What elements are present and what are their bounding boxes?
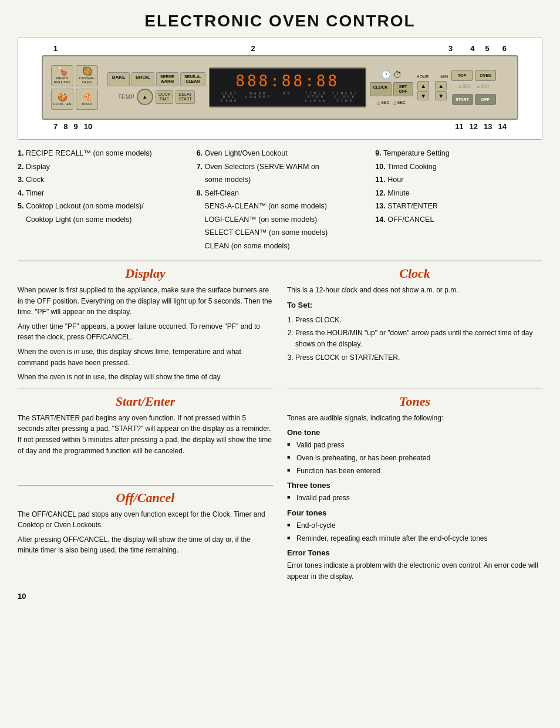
one-tone-item-3: Function has been entered xyxy=(287,466,542,477)
start-enter-btn[interactable]: START xyxy=(452,94,473,105)
clock-section: Clock This is a 12-hour clock and does n… xyxy=(287,266,542,386)
clock-step-1: Press CLOCK. xyxy=(295,315,542,326)
bnum-7: 7 xyxy=(53,122,58,131)
hour-down-btn[interactable]: ▼ xyxy=(417,91,429,100)
display-para-3: When the oven is in use, this display sh… xyxy=(18,346,273,368)
diagram-section: 1 2 3 4 5 6 🍗 MEATS POULTRY 🥘 CASSER- OL… xyxy=(18,38,542,140)
clock-intro: This is a 12-hour clock and does not sho… xyxy=(287,285,542,296)
meats-poultry-btn[interactable]: 🍗 MEATS POULTRY xyxy=(51,65,73,86)
broil-btn[interactable]: BROIL xyxy=(131,72,154,87)
delay-start-btn[interactable]: DELAYSTART xyxy=(176,90,194,104)
right-burner-label: △ SEC xyxy=(477,84,489,89)
display-para-1: When power is first supplied to the appl… xyxy=(18,285,273,318)
pizza-btn[interactable]: 🍕 PIZZA xyxy=(76,89,98,110)
serve-warm-btn[interactable]: SERVEWARM xyxy=(156,72,178,87)
bake-broil-row: BAKE BROIL SERVEWARM SENS-A-CLEAN xyxy=(107,72,205,87)
min-down-btn[interactable]: ▼ xyxy=(435,91,447,100)
off-cancel-section: Off/Cancel The OFF/CANCEL pad stops any … xyxy=(18,485,273,582)
clock-btn[interactable]: CLOCK xyxy=(370,82,392,97)
casseroles-label: CASSER- OLES xyxy=(76,76,97,85)
num-spacer1 xyxy=(58,44,251,53)
bnum-8: 8 xyxy=(63,122,68,131)
to-set-label: To Set: xyxy=(287,299,542,311)
three-tones-item-1: Invalid pad press xyxy=(287,493,542,504)
diagram-bottom-numbers: 7 8 9 10 11 12 13 14 xyxy=(30,122,530,131)
temp-label: TEMP xyxy=(118,94,134,100)
item-13: 13. START/ENTER xyxy=(375,200,542,213)
clock-icon: 🕐 xyxy=(381,70,391,79)
sens-a-clean-btn[interactable]: SENS-A-CLEAN xyxy=(180,72,205,87)
three-tones-list: Invalid pad press xyxy=(287,493,542,504)
icon-row-1: 🍗 MEATS POULTRY 🥘 CASSER- OLES xyxy=(51,65,104,86)
hour-label: HOUR xyxy=(417,75,429,79)
set-off-btn[interactable]: SETOFF xyxy=(393,82,413,97)
one-tone-item-1: Valid pad press xyxy=(287,440,542,451)
start-enter-body: The START/ENTER pad begins any oven func… xyxy=(18,413,273,456)
four-tones-item-1: End-of-cycle xyxy=(287,520,542,531)
page-number: 10 xyxy=(18,592,542,601)
bnum-spacer xyxy=(92,122,455,131)
num-col-2: 6. Oven Light/Oven Lockout 7. Oven Selec… xyxy=(197,147,364,252)
display-area: 888:88:88 HEATDEL TIME WARMLOADED ON TIM… xyxy=(209,68,366,108)
tones-title: Tones xyxy=(287,394,542,409)
top-oven-row: TOP OVEN xyxy=(451,70,496,81)
num-1: 1 xyxy=(53,44,58,53)
display-body: When power is first supplied to the appl… xyxy=(18,285,273,383)
hour-up-btn[interactable]: ▲ xyxy=(417,81,429,90)
item-5: 5. Cooktop Lockout (on some models)/ Coo… xyxy=(18,200,185,226)
function-btns: BAKE BROIL SERVEWARM SENS-A-CLEAN TEMP ▲… xyxy=(107,70,205,106)
off-cancel-title: Off/Cancel xyxy=(18,490,273,505)
min-label: MIN xyxy=(440,75,448,79)
error-tones-body: Error tones indicate a problem with the … xyxy=(287,560,542,582)
tones-section: Tones Tones are audible signals, indicat… xyxy=(287,389,542,582)
pizza-label: PIZZA xyxy=(82,102,92,106)
item-10: 10. Timed Cooking xyxy=(375,160,542,174)
display-title: Display xyxy=(18,266,273,281)
off-cancel-btn[interactable]: OFF xyxy=(475,94,496,105)
item-6: 6. Oven Light/Oven Lockout xyxy=(197,147,364,160)
tones-body: Tones are audible signals, indicating th… xyxy=(287,413,542,582)
three-tones-header: Three tones xyxy=(287,480,542,491)
item-7: 7. Oven Selectors (SERVE WARM on some mo… xyxy=(197,160,364,187)
one-tone-list: Valid pad press Oven is preheating, or h… xyxy=(287,440,542,476)
cookies-btn[interactable]: 🍪 COOK- IES xyxy=(51,89,73,110)
divider-1 xyxy=(18,261,542,261)
display-labels: HEATDEL TIME WARMLOADED ON TIMERSTOPCLEA… xyxy=(216,92,359,103)
num-3: 3 xyxy=(448,44,453,53)
arrow-pads: ▲ ▼ ▲ ▼ xyxy=(417,81,447,100)
casseroles-btn[interactable]: 🥘 CASSER- OLES xyxy=(76,65,98,86)
item-4: 4. Timer xyxy=(18,187,185,200)
sec-labels: △ SEC △ SEC xyxy=(377,100,406,105)
cookies-label: COOK- IES xyxy=(53,102,71,106)
display-para-4: When the oven is not in use, the display… xyxy=(18,372,273,383)
temp-knob[interactable]: ▲ xyxy=(137,89,153,105)
panel-left: 🍗 MEATS POULTRY 🥘 CASSER- OLES 🍪 COOK- I… xyxy=(51,65,104,110)
on-label: ON xyxy=(274,92,301,103)
min-up-btn[interactable]: ▲ xyxy=(435,81,447,90)
panel-right: TOP OVEN △ SEC △ SEC START OFF xyxy=(451,70,496,105)
meats-label: MEATS POULTRY xyxy=(52,76,73,85)
bake-btn[interactable]: BAKE xyxy=(107,72,130,87)
bnum-9: 9 xyxy=(73,122,77,131)
item-9: 9. Temperature Setting xyxy=(375,147,542,160)
num-5: 5 xyxy=(485,44,490,53)
timer-clock-label: TIMER/CLOCK TIME xyxy=(331,92,359,103)
top-btn[interactable]: TOP xyxy=(451,70,473,81)
four-tones-item-2: Reminder, repeating each minute after th… xyxy=(287,533,542,544)
item-12: 12. Minute xyxy=(375,187,542,200)
four-tones-list: End-of-cycle Reminder, repeating each mi… xyxy=(287,520,542,544)
item-1: 1. RECIPE RECALL™ (on some models) xyxy=(18,147,185,160)
cook-time-btn[interactable]: COOKTIME xyxy=(156,90,174,104)
numbered-list: 1. RECIPE RECALL™ (on some models) 2. Di… xyxy=(18,147,542,252)
item-8: 8. Self-Clean SENS-A-CLEAN™ (on some mod… xyxy=(197,187,364,253)
clock-body: This is a 12-hour clock and does not sho… xyxy=(287,285,542,363)
bnum-11: 11 xyxy=(455,122,463,131)
oven-btn[interactable]: OVEN xyxy=(475,70,496,81)
bnum-10: 10 xyxy=(84,122,92,131)
page-title: ELECTRONIC OVEN CONTROL xyxy=(18,12,542,31)
off-cancel-para-2: After pressing OFF/CANCEL, the display w… xyxy=(18,534,273,556)
display-para-2: Any other time "PF" appears, a power fai… xyxy=(18,321,273,343)
heat-del-label: HEATDEL TIME xyxy=(216,92,244,103)
start-off-row: START OFF xyxy=(452,94,496,105)
clock-steps: Press CLOCK. Press the HOUR/MIN "up" or … xyxy=(287,315,542,363)
